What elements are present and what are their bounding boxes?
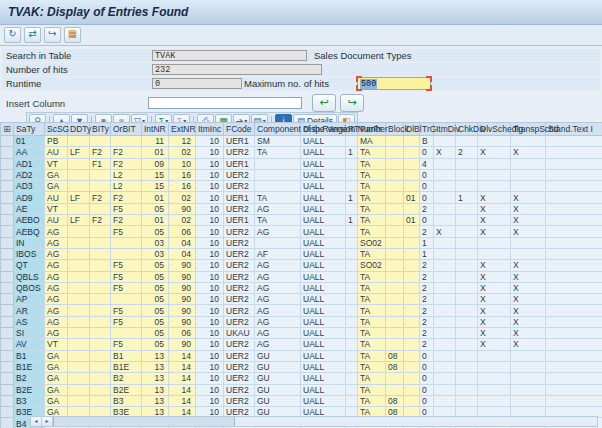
- grid-cell[interactable]: [546, 203, 602, 214]
- grid-cell[interactable]: UER2: [224, 361, 255, 372]
- grid-cell[interactable]: X: [478, 260, 511, 271]
- row-selector[interactable]: [1, 192, 14, 203]
- grid-cell[interactable]: 14: [169, 395, 196, 406]
- row-selector[interactable]: [1, 226, 14, 237]
- row-selector[interactable]: [1, 248, 14, 259]
- grid-cell[interactable]: AR: [14, 305, 45, 316]
- col-header-itmdiv[interactable]: ItmDiv: [434, 123, 456, 136]
- grid-cell[interactable]: TA: [358, 294, 386, 305]
- row-selector[interactable]: [1, 271, 14, 282]
- grid-cell[interactable]: TA: [358, 215, 386, 226]
- grid-cell[interactable]: [456, 169, 478, 180]
- grid-cell[interactable]: AG: [255, 305, 301, 316]
- grid-cell[interactable]: AG: [255, 282, 301, 293]
- grid-cell[interactable]: UALL: [301, 203, 346, 214]
- grid-cell[interactable]: F2: [111, 215, 142, 226]
- grid-cell[interactable]: X: [478, 271, 511, 282]
- grid-cell[interactable]: UER2: [224, 226, 255, 237]
- col-header-orbit[interactable]: OrBIT: [111, 123, 142, 136]
- grid-cell[interactable]: X: [511, 316, 546, 327]
- grid-cell[interactable]: [90, 373, 111, 384]
- grid-cell[interactable]: UALL: [301, 192, 346, 203]
- row-selector[interactable]: [1, 361, 14, 372]
- grid-cell[interactable]: AD3: [14, 181, 45, 192]
- grid-cell[interactable]: [346, 260, 358, 271]
- grid-cell[interactable]: UER2: [224, 203, 255, 214]
- grid-cell[interactable]: [434, 384, 456, 395]
- grid-cell[interactable]: [386, 248, 404, 259]
- grid-cell[interactable]: [404, 328, 420, 339]
- grid-cell[interactable]: 05: [142, 305, 169, 316]
- grid-cell[interactable]: B1: [14, 350, 45, 361]
- col-header-saty[interactable]: SaTy: [14, 123, 45, 136]
- grid-cell[interactable]: X: [478, 316, 511, 327]
- grid-cell[interactable]: [478, 248, 511, 259]
- grid-cell[interactable]: TA: [358, 350, 386, 361]
- grid-cell[interactable]: X: [478, 339, 511, 350]
- row-selector[interactable]: [1, 395, 14, 406]
- grid-cell[interactable]: TA: [358, 147, 386, 158]
- copy-entries-button[interactable]: ↩: [312, 94, 336, 112]
- grid-cell[interactable]: [386, 136, 404, 147]
- grid-cell[interactable]: TA: [358, 169, 386, 180]
- grid-cell[interactable]: UALL: [301, 373, 346, 384]
- grid-cell[interactable]: AD9: [14, 192, 45, 203]
- grid-cell[interactable]: [68, 226, 90, 237]
- grid-cell[interactable]: TA: [255, 215, 301, 226]
- grid-cell[interactable]: [404, 384, 420, 395]
- grid-cell[interactable]: 0: [420, 192, 434, 203]
- grid-cell[interactable]: [434, 158, 456, 169]
- grid-cell[interactable]: 03: [142, 248, 169, 259]
- grid-cell[interactable]: [456, 260, 478, 271]
- grid-cell[interactable]: [434, 282, 456, 293]
- grid-cell[interactable]: [386, 282, 404, 293]
- grid-cell[interactable]: [346, 158, 358, 169]
- grid-cell[interactable]: [68, 328, 90, 339]
- grid-cell[interactable]: [404, 305, 420, 316]
- grid-cell[interactable]: B2: [111, 373, 142, 384]
- grid-cell[interactable]: TA: [358, 248, 386, 259]
- row-selector[interactable]: [1, 384, 14, 395]
- grid-cell[interactable]: [434, 181, 456, 192]
- grid-cell[interactable]: 01: [142, 192, 169, 203]
- grid-cell[interactable]: TA: [358, 158, 386, 169]
- grid-cell[interactable]: [404, 282, 420, 293]
- grid-cell[interactable]: B2: [14, 373, 45, 384]
- grid-cell[interactable]: [68, 248, 90, 259]
- grid-cell[interactable]: GA: [45, 181, 68, 192]
- grid-cell[interactable]: 2: [420, 305, 434, 316]
- scroll-left-icon[interactable]: ◄: [31, 417, 42, 426]
- grid-cell[interactable]: [456, 316, 478, 327]
- grid-cell[interactable]: [478, 361, 511, 372]
- grid-cell[interactable]: 10: [196, 237, 224, 248]
- row-selector[interactable]: [1, 407, 14, 418]
- grid-cell[interactable]: F5: [111, 226, 142, 237]
- grid-cell[interactable]: F2: [111, 158, 142, 169]
- grid-cell[interactable]: GA: [45, 169, 68, 180]
- grid-cell[interactable]: [90, 395, 111, 406]
- grid-cell[interactable]: [434, 350, 456, 361]
- grid-cell[interactable]: [386, 384, 404, 395]
- insert-column-input[interactable]: [148, 97, 302, 109]
- grid-cell[interactable]: [456, 203, 478, 214]
- col-header-stand-text-i[interactable]: Stand.Text I: [546, 123, 602, 136]
- grid-cell[interactable]: [434, 271, 456, 282]
- grid-cell[interactable]: 2: [420, 294, 434, 305]
- grid-cell[interactable]: [404, 136, 420, 147]
- grid-cell[interactable]: [90, 328, 111, 339]
- grid-cell[interactable]: 05: [142, 226, 169, 237]
- col-header-block[interactable]: Block: [386, 123, 404, 136]
- grid-cell[interactable]: [386, 373, 404, 384]
- grid-cell[interactable]: X: [478, 294, 511, 305]
- grid-cell[interactable]: 10: [196, 158, 224, 169]
- grid-cell[interactable]: 90: [169, 294, 196, 305]
- grid-cell[interactable]: [346, 226, 358, 237]
- grid-cell[interactable]: UER2: [224, 260, 255, 271]
- grid-cell[interactable]: [255, 181, 301, 192]
- grid-cell[interactable]: AG: [255, 226, 301, 237]
- grid-cell[interactable]: 05: [142, 271, 169, 282]
- col-header-scsg[interactable]: ScSG: [45, 123, 68, 136]
- grid-cell[interactable]: X: [511, 215, 546, 226]
- grid-cell[interactable]: AG: [45, 260, 68, 271]
- row-selector[interactable]: [1, 147, 14, 158]
